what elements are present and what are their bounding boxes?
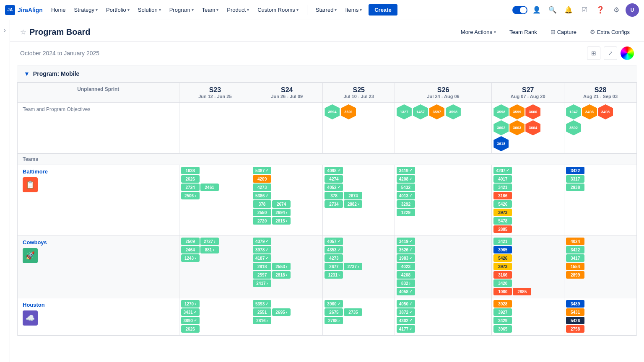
objective-3600[interactable]: 3600 [525, 104, 540, 119]
card-2735[interactable]: 2735 [344, 308, 362, 316]
card-4023[interactable]: 4023 [397, 263, 415, 270]
card-2882[interactable]: 2882 [344, 200, 362, 208]
card-4379[interactable]: 4379 [253, 238, 271, 245]
objective-3498[interactable]: 3498 [598, 104, 613, 119]
card-2720[interactable]: 2720 [253, 217, 271, 225]
card-4207[interactable]: 4207 [493, 167, 512, 174]
nav-strategy[interactable]: Strategy ▾ [71, 5, 101, 15]
star-icon[interactable]: ☆ [20, 28, 26, 36]
card-2938[interactable]: 2938 [566, 184, 584, 191]
card-4050[interactable]: 4050 [397, 300, 415, 308]
card-832[interactable]: 832 [397, 279, 415, 287]
card-1983[interactable]: 1983 [397, 254, 415, 262]
color-wheel-button[interactable] [621, 47, 634, 60]
card-4273b[interactable]: 4273 [325, 254, 343, 262]
card-4024[interactable]: 4024 [566, 238, 584, 245]
card-2597[interactable]: 2597 [253, 271, 271, 279]
card-2737[interactable]: 2737 [344, 263, 362, 270]
nav-starred[interactable]: Starred ▾ [312, 5, 340, 15]
card-2694[interactable]: 2694 [272, 209, 291, 216]
nav-solution[interactable]: Solution ▾ [135, 5, 164, 15]
objective-3598[interactable]: 3598 [446, 104, 461, 119]
card-1638[interactable]: 1638 [181, 167, 200, 174]
card-3419b[interactable]: 3419 [397, 238, 415, 245]
card-881[interactable]: 881 [200, 246, 219, 253]
card-2509[interactable]: 2509 [181, 238, 200, 245]
objective-3601[interactable]: 3601 [341, 104, 356, 119]
card-4177[interactable]: 4177 [397, 325, 415, 333]
card-4274[interactable]: 4274 [325, 175, 343, 183]
card-3429[interactable]: 3429 [493, 317, 512, 324]
card-2885b[interactable]: 2885 [513, 288, 531, 295]
card-5393[interactable]: 5393 [253, 300, 271, 308]
card-2818[interactable]: 2818 [253, 263, 271, 270]
avatar[interactable]: U [626, 3, 639, 17]
card-3421b[interactable]: 3421 [493, 238, 512, 245]
card-4208[interactable]: 4208 [397, 175, 415, 183]
card-3965[interactable]: 3965 [493, 246, 512, 253]
nav-product[interactable]: Product ▾ [223, 5, 252, 15]
card-4209[interactable]: 4209 [253, 175, 271, 183]
objective-3502[interactable]: 3502 [566, 120, 581, 135]
card-3526[interactable]: 3526 [397, 246, 415, 253]
card-2724[interactable]: 2724 [181, 184, 200, 191]
card-3421[interactable]: 3421 [493, 184, 512, 191]
objective-3493[interactable]: 3493 [582, 104, 597, 119]
card-2734[interactable]: 2734 [325, 200, 343, 208]
card-5432[interactable]: 5432 [397, 184, 415, 191]
card-3973b[interactable]: 3973 [493, 263, 512, 270]
card-5387[interactable]: 5387 [253, 167, 271, 174]
create-button[interactable]: Create [369, 4, 397, 16]
card-378b[interactable]: 378 [325, 192, 343, 199]
card-3417[interactable]: 3417 [566, 254, 584, 262]
settings-icon[interactable]: ⚙ [610, 3, 623, 17]
card-5426b[interactable]: 5426 [493, 254, 512, 262]
card-5478[interactable]: 5478 [493, 217, 512, 225]
card-4017[interactable]: 4017 [493, 175, 512, 183]
card-1243[interactable]: 1243 [181, 254, 200, 262]
card-3317[interactable]: 3317 [566, 175, 584, 183]
card-2506[interactable]: 2506 [181, 192, 200, 199]
objective-3599[interactable]: 3599 [509, 104, 525, 119]
grid-view-button[interactable]: ⊞ [587, 47, 600, 60]
card-4013[interactable]: 4013 [397, 192, 415, 199]
card-2417[interactable]: 2417 [253, 279, 271, 287]
card-2674b[interactable]: 2674 [344, 192, 362, 199]
card-4353[interactable]: 4353 [325, 246, 343, 253]
card-3431[interactable]: 3431 [181, 308, 200, 316]
card-1231[interactable]: 1231 [325, 271, 343, 279]
card-3927[interactable]: 3927 [493, 308, 512, 316]
card-3166[interactable]: 3166 [493, 192, 512, 199]
card-5431[interactable]: 5431 [566, 308, 584, 316]
program-header[interactable]: ▼ Program: Mobile [17, 65, 637, 83]
card-4058[interactable]: 4058 [397, 288, 415, 295]
card-2816[interactable]: 2816 [253, 317, 271, 324]
card-2626b[interactable]: 2626 [181, 325, 200, 333]
card-2464[interactable]: 2464 [181, 246, 200, 253]
card-3420[interactable]: 3420 [493, 279, 512, 287]
card-5386[interactable]: 5386 [253, 192, 271, 199]
card-2626[interactable]: 2626 [181, 175, 200, 183]
objective-3604[interactable]: 3604 [525, 120, 540, 135]
card-4052[interactable]: 4052 [325, 184, 343, 191]
app-logo[interactable]: JA JiraAlign [5, 5, 43, 15]
cowboys-team-name[interactable]: Cowboys [23, 239, 174, 246]
extra-configs-button[interactable]: ⚙ Extra Configs [586, 27, 634, 37]
nav-program[interactable]: Program ▾ [166, 5, 197, 15]
nav-custom-rooms[interactable]: Custom Rooms ▾ [254, 5, 302, 15]
card-3422[interactable]: 3422 [566, 167, 584, 174]
card-3928[interactable]: 3928 [493, 300, 512, 308]
card-2899[interactable]: 2899 [566, 271, 584, 279]
card-2461[interactable]: 2461 [200, 184, 219, 191]
card-3973[interactable]: 3973 [493, 209, 512, 216]
expand-button[interactable]: ⤢ [604, 47, 617, 60]
card-3978[interactable]: 3978 [253, 246, 271, 253]
card-2551[interactable]: 2551 [253, 308, 271, 316]
card-3890[interactable]: 3890 [181, 317, 200, 324]
objective-3603[interactable]: 3603 [509, 120, 525, 135]
more-actions-button[interactable]: More Actions ▾ [457, 27, 500, 37]
theme-toggle[interactable] [512, 6, 527, 14]
objective-3618[interactable]: 3618 [493, 136, 509, 151]
card-3960[interactable]: 3960 [325, 300, 343, 308]
team-rank-button[interactable]: Team Rank [505, 27, 541, 37]
